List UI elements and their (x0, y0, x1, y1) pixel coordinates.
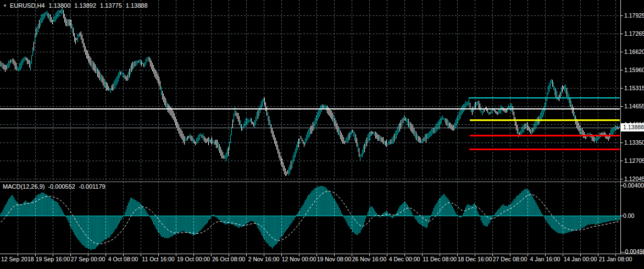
time-tick-label: 4 Dec 00:00 (389, 256, 420, 262)
time-tick-label: 14 Jan 00:00 (564, 256, 597, 262)
time-axis[interactable]: 12 Sep 201819 Sep 16:0027 Sep 00:004 Oct… (0, 256, 644, 267)
time-tick-label: 27 Sep 00:00 (71, 256, 105, 262)
major-line-white (0, 108, 620, 109)
macd-axis-max: 0.004009 (623, 182, 644, 189)
time-tick-label: 19 Oct 00:00 (177, 256, 210, 262)
time-tick-label: 2 Nov 16:00 (248, 256, 280, 262)
time-tick-label: 21 Jan 08:00 (599, 256, 632, 262)
price-tick-label: 1.15315 (624, 85, 644, 91)
price-tick-label: 1.15960 (624, 67, 644, 73)
time-tick-label: 18 Dec 16:00 (458, 256, 492, 262)
resistance-line-cyan (469, 97, 620, 98)
price-tick-label: 1.14655 (624, 103, 644, 109)
chart-canvas[interactable]: 1.179251.172651.166201.159601.153151.146… (0, 0, 644, 269)
ohlc-low: 1.13775 (100, 2, 122, 9)
pivot-line-yellow (470, 119, 620, 121)
macd-signal-value: -0.001179 (79, 183, 106, 190)
price-tick-label: 1.17925 (624, 12, 644, 19)
support-line-red-2 (469, 149, 620, 150)
price-tick-label: 1.12045 (624, 175, 644, 182)
chart-header: ▼EURUSD,H41.138001.138921.137751.13888 (3, 2, 148, 9)
price-tick-label: 1.17265 (624, 30, 644, 37)
time-tick-label: 11 Dec 08:00 (423, 256, 457, 262)
macd-axis-zero: 0.00 (623, 212, 634, 219)
price-bars[interactable] (1, 7, 620, 176)
macd-name: MACD(12,26,9) (3, 183, 45, 190)
time-tick-label: 12 Nov 00:00 (282, 256, 316, 262)
time-tick-label: 26 Nov 16:00 (352, 256, 386, 262)
time-tick-label: 4 Oct 08:00 (108, 256, 138, 262)
macd-axis-min: -0.00498 (623, 248, 644, 255)
ohlc-close: 1.13888 (126, 2, 148, 9)
price-tick-label: 1.13350 (624, 139, 644, 146)
macd-histogram[interactable] (0, 186, 620, 250)
time-tick-label: 26 Oct 08:00 (212, 256, 245, 262)
time-tick-label: 19 Nov 08:00 (317, 256, 351, 262)
macd-main-value: -0.000552 (48, 183, 75, 190)
time-tick-label: 11 Oct 16:00 (142, 256, 174, 262)
price-tick-label: 1.16620 (624, 48, 644, 55)
time-tick-label: 4 Jan 16:00 (530, 256, 560, 262)
ohlc-open: 1.13800 (49, 2, 71, 9)
ohlc-high: 1.13892 (74, 2, 96, 9)
current-price-marker: 1.13888 (621, 123, 644, 131)
mt4-chart-window: 1.179251.172651.166201.159601.153151.146… (0, 0, 644, 269)
price-tick-label: 1.12705 (624, 157, 644, 164)
time-tick-label: 27 Dec 08:00 (493, 256, 527, 262)
macd-indicator-label: MACD(12,26,9)-0.000552-0.001179 (3, 183, 106, 190)
time-tick-label: 12 Sep 2018 (1, 256, 34, 262)
symbol-timeframe: EURUSD,H4 (10, 2, 45, 9)
support-line-red-1 (470, 135, 620, 136)
symbol-dropdown-icon[interactable]: ▼ (3, 3, 7, 8)
time-tick-label: 19 Sep 16:00 (36, 256, 70, 262)
